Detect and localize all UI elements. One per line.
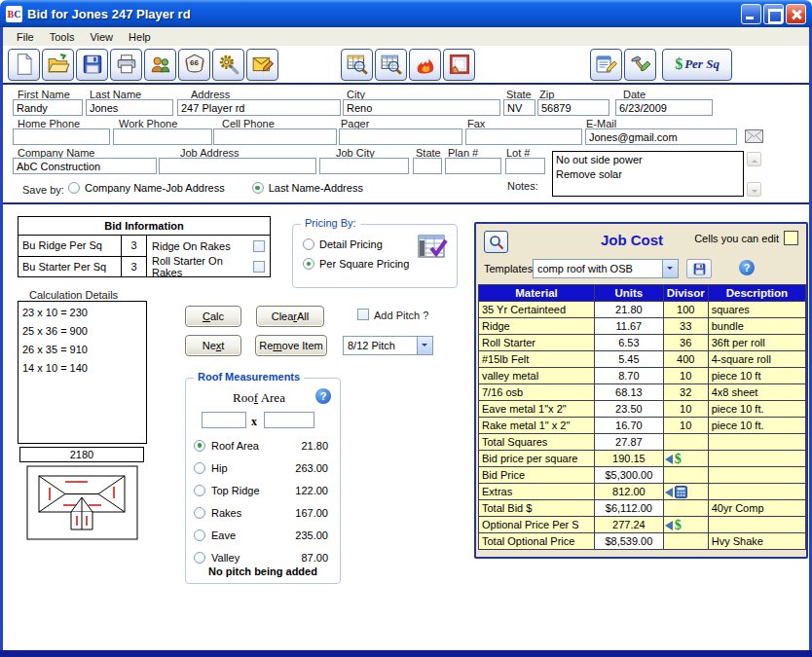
pricing-radio[interactable] [303,238,314,250]
divisor-cell[interactable]: $ [663,500,708,517]
city-input[interactable] [343,99,500,116]
chevron-down-icon[interactable] [417,337,432,354]
units-cell[interactable]: $5,300.00 [595,467,664,484]
save-button[interactable] [76,49,108,81]
date-input[interactable] [615,99,713,116]
work-phone-input[interactable] [113,128,212,145]
last-name-input[interactable] [86,99,173,116]
description-cell[interactable]: bundle [708,318,805,335]
units-cell[interactable]: 27.87 [595,434,664,451]
material-cell[interactable]: Total Bid $ [479,500,595,517]
roof-measure-radio[interactable] [194,440,205,452]
save-by-radio[interactable] [252,182,264,194]
roof-length-input[interactable] [202,412,246,428]
chevron-down-icon[interactable] [662,260,678,277]
print-button[interactable] [110,49,142,81]
search-cost-button[interactable] [484,231,508,253]
material-cell[interactable]: #15lb Felt [479,351,595,368]
zip-input[interactable] [537,99,609,116]
description-cell[interactable] [708,434,805,451]
fax-input[interactable] [465,128,582,145]
description-cell[interactable]: piece 10 ft [708,368,805,384]
units-cell[interactable]: 8.70 [595,368,664,384]
divisor-cell[interactable]: 32$ [663,384,708,401]
units-cell[interactable]: 21.80 [595,302,664,318]
material-cell[interactable]: Roll Starter [479,335,595,351]
home-phone-input[interactable] [13,128,110,145]
units-cell[interactable]: 812.00 [595,484,664,500]
divisor-cell[interactable]: 10$ [663,368,708,384]
material-cell[interactable]: Total Optional Price [479,533,595,550]
description-cell[interactable]: squares [708,302,805,318]
material-cell[interactable]: 7/16 osb [479,384,595,401]
divisor-cell[interactable]: $ [663,533,708,550]
units-cell[interactable]: 11.67 [595,318,664,335]
menu-item[interactable]: View [82,29,121,45]
open-file-button[interactable] [42,49,74,81]
job-city-input[interactable] [319,158,409,174]
divisor-cell[interactable]: $ [663,467,708,484]
job-state-input[interactable] [413,158,442,174]
bid-checkbox[interactable] [253,261,265,273]
maximize-button[interactable] [763,4,784,24]
help-icon[interactable]: ? [739,260,755,275]
units-cell[interactable]: 6.53 [595,335,664,351]
description-cell[interactable] [708,467,805,484]
per-sq-button[interactable]: $ Per Sq [662,49,732,81]
material-cell[interactable]: Ridge [479,318,595,335]
calc-button[interactable]: Calc [185,306,241,327]
help-icon[interactable]: ? [315,388,331,404]
divisor-cell[interactable]: 100$ [663,302,708,318]
divisor-cell[interactable]: $ [663,434,708,451]
minimize-button[interactable] [741,4,761,24]
description-cell[interactable]: Hvy Shake [708,533,805,550]
description-cell[interactable]: 36ft per roll [708,335,805,351]
units-cell[interactable]: $6,112.00 [595,500,664,517]
notes-scroll-up-button[interactable] [747,152,761,166]
material-cell[interactable]: Bid price per square [479,451,595,467]
divisor-cell[interactable]: 33$ [663,318,708,335]
material-cell[interactable]: Bid Price [479,467,595,484]
divisor-cell[interactable]: $ [663,451,708,467]
menu-item[interactable]: Help [121,29,159,45]
units-cell[interactable]: 277.24 [595,517,664,533]
divisor-cell[interactable]: 400$ [663,351,708,368]
units-cell[interactable]: $8,539.00 [595,533,664,550]
divisor-cell[interactable]: 10$ [663,418,708,434]
pager-input[interactable] [339,128,462,145]
email-input[interactable] [585,128,737,145]
lot-number-input[interactable] [505,158,545,174]
pricing-radio[interactable] [303,258,314,270]
bid-checkbox[interactable] [253,240,265,252]
units-cell[interactable]: 16.70 [595,418,664,434]
search-schedule-button[interactable] [375,49,407,81]
close-button[interactable] [786,4,806,24]
pitch-select[interactable]: 8/12 Pitch [343,336,433,355]
description-cell[interactable] [708,517,805,533]
next-button[interactable]: Next [185,335,241,356]
company-name-input[interactable] [13,158,157,174]
units-cell[interactable]: 68.13 [595,384,664,401]
roof-measure-radio[interactable] [194,529,205,541]
divisor-cell[interactable]: 36$ [663,335,708,351]
menu-item[interactable]: Tools [42,29,83,45]
cell-phone-input[interactable] [213,128,337,145]
plan-number-input[interactable] [445,158,501,174]
hot-jobs-button[interactable] [409,49,441,81]
route-66-button[interactable]: 66 [178,49,210,81]
write-note-button[interactable] [246,49,278,81]
calculation-details-list[interactable]: 23 x 10 = 23025 x 36 = 90026 x 35 = 9101… [18,301,147,444]
template-select[interactable]: comp roof with OSB [533,259,679,278]
divisor-cell[interactable]: $ [663,517,708,533]
description-cell[interactable]: piece 10 ft. [708,418,805,434]
first-name-input[interactable] [13,99,83,116]
new-file-button[interactable] [8,49,40,81]
roof-width-input[interactable] [264,412,314,428]
address-input[interactable] [177,99,341,116]
state-input[interactable] [503,99,535,116]
job-address-input[interactable] [159,158,316,174]
add-pitch-checkbox[interactable] [357,309,369,320]
material-cell[interactable]: Eave metal 1"x 2" [479,401,595,418]
bid-item-value[interactable]: 3 [122,236,147,256]
edit-bid-button[interactable] [590,49,622,81]
